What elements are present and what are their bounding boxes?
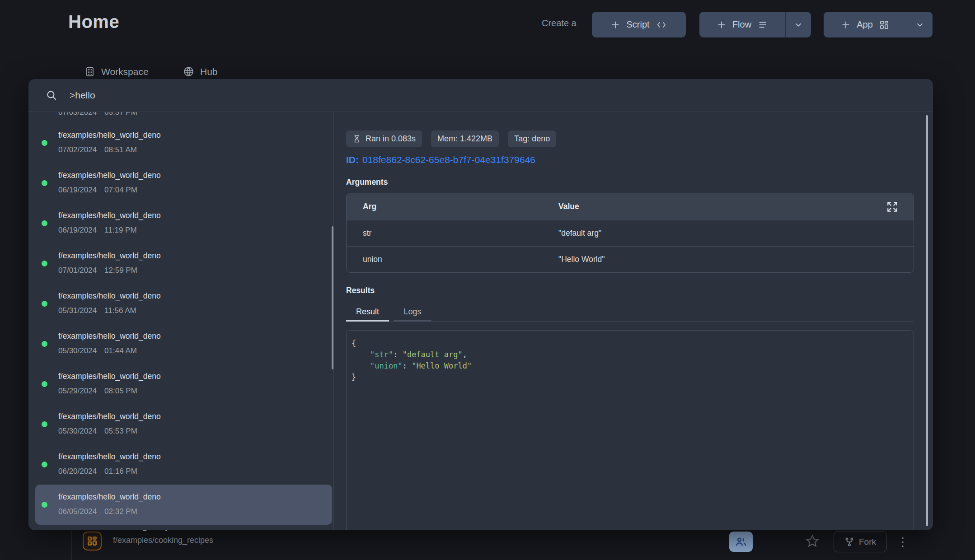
run-id-link[interactable]: 018fe862-8c62-65e8-b7f7-04e31f379646 bbox=[362, 154, 535, 165]
details-panel-scrollbar[interactable] bbox=[926, 115, 928, 526]
tab-workspace-label: Workspace bbox=[101, 66, 149, 77]
arg-name-cell: union bbox=[347, 255, 558, 264]
run-list-item[interactable]: f/examples/hello_world_deno 07/02/202408… bbox=[35, 123, 332, 163]
run-list-item[interactable]: f/examples/hello_world_deno 05/30/202405… bbox=[35, 404, 332, 444]
success-dot-icon bbox=[42, 220, 47, 226]
run-list-item[interactable]: f/examples/hello_world_deno 06/20/202401… bbox=[35, 444, 332, 485]
success-dot-icon bbox=[42, 502, 47, 508]
tab-hub[interactable]: Hub bbox=[183, 66, 218, 77]
success-dot-icon bbox=[42, 381, 47, 387]
plus-icon bbox=[841, 20, 851, 30]
tab-workspace[interactable]: Workspace bbox=[84, 66, 149, 78]
arg-value-cell: "default arg" bbox=[558, 229, 885, 238]
run-time: 01:44 AM bbox=[104, 346, 137, 355]
run-time: 11:19 PM bbox=[104, 226, 137, 234]
memory-badge-label: Mem: 1.422MB bbox=[437, 134, 492, 144]
run-date: 07/01/2024 bbox=[58, 266, 97, 275]
chevron-down-icon bbox=[915, 20, 925, 30]
run-path: f/examples/hello_world_deno bbox=[58, 251, 161, 261]
page-title: Home bbox=[68, 12, 119, 32]
run-list-item[interactable]: f/examples/hello_world_deno 05/29/202408… bbox=[35, 364, 332, 404]
background-table-border bbox=[71, 530, 72, 560]
arguments-table-row: union "Hello World" bbox=[347, 246, 914, 272]
run-list-item-clipped[interactable]: 07/03/202405:37 PM bbox=[28, 112, 333, 113]
layout-grid-icon bbox=[879, 19, 890, 30]
plus-icon bbox=[717, 20, 727, 30]
chevron-down-icon bbox=[793, 20, 803, 30]
run-id-label: ID: bbox=[346, 154, 359, 165]
code-icon bbox=[656, 20, 667, 30]
run-date: 05/29/2024 bbox=[58, 387, 97, 395]
more-options-button[interactable]: ⋮ bbox=[895, 533, 911, 551]
tab-hub-label: Hub bbox=[200, 66, 218, 77]
favorite-button[interactable] bbox=[804, 532, 820, 550]
results-heading: Results bbox=[346, 286, 914, 295]
run-time: 08:51 AM bbox=[104, 145, 137, 154]
success-dot-icon bbox=[42, 301, 47, 307]
building-icon bbox=[84, 66, 95, 78]
run-path: f/examples/hello_world_deno bbox=[58, 211, 161, 220]
run-date: 07/03/2024 bbox=[58, 112, 97, 117]
kebab-dots-icon: ⋮ bbox=[897, 535, 909, 549]
run-date: 06/19/2024 bbox=[58, 226, 97, 234]
success-dot-icon bbox=[42, 140, 47, 146]
tag-badge-label: Tag: deno bbox=[514, 134, 550, 144]
run-time: 05:37 PM bbox=[104, 112, 137, 117]
run-time: 01:16 PM bbox=[104, 467, 137, 476]
run-path: f/examples/hello_world_deno bbox=[58, 452, 161, 462]
run-list-item[interactable]: f/examples/hello_world_deno 07/01/202412… bbox=[35, 243, 332, 284]
flow-icon bbox=[757, 20, 768, 30]
success-dot-icon bbox=[42, 421, 47, 427]
create-script-label: Script bbox=[626, 19, 649, 30]
git-fork-icon bbox=[844, 537, 854, 547]
create-app-button[interactable]: App bbox=[824, 12, 907, 37]
tag-badge: Tag: deno bbox=[508, 131, 556, 147]
run-time: 07:04 PM bbox=[104, 186, 137, 194]
run-date: 06/20/2024 bbox=[58, 467, 97, 476]
search-bar bbox=[28, 79, 933, 112]
tab-logs[interactable]: Logs bbox=[394, 305, 431, 322]
duration-badge: Ran in 0.083s bbox=[346, 131, 422, 147]
fork-button-label: Fork bbox=[859, 537, 876, 547]
duration-badge-label: Ran in 0.083s bbox=[366, 134, 416, 144]
run-path: f/examples/hello_world_deno bbox=[58, 492, 161, 502]
arguments-table: Arg Value str "default arg" union "Hello… bbox=[346, 193, 914, 273]
json-line: "str": "default arg", bbox=[352, 349, 907, 360]
run-details-panel: Ran in 0.083s Mem: 1.422MB Tag: deno ID:… bbox=[334, 112, 933, 530]
fork-button[interactable]: Fork bbox=[834, 531, 887, 552]
create-flow-label: Flow bbox=[732, 19, 751, 30]
runs-list: 07/03/202405:37 PM f/examples/hello_worl… bbox=[28, 112, 334, 530]
run-time: 08:05 PM bbox=[104, 387, 137, 395]
run-list-item[interactable]: f/examples/hello_world_deno 06/05/202402… bbox=[35, 485, 332, 525]
create-flow-button[interactable]: Flow bbox=[699, 12, 785, 37]
create-script-button[interactable]: Script bbox=[592, 12, 686, 37]
json-value: "Hello World" bbox=[412, 361, 472, 370]
run-date: 06/05/2024 bbox=[58, 507, 97, 516]
plus-icon bbox=[610, 20, 620, 30]
runs-list-scrollbar[interactable] bbox=[332, 226, 333, 369]
create-app-label: App bbox=[857, 19, 873, 30]
create-app-dropdown-button[interactable] bbox=[907, 12, 933, 37]
search-input[interactable] bbox=[70, 90, 838, 101]
json-value: "default arg" bbox=[403, 350, 463, 359]
search-icon bbox=[46, 89, 57, 101]
success-dot-icon bbox=[42, 462, 47, 467]
run-list-item[interactable]: f/examples/hello_world_deno 05/31/202411… bbox=[35, 284, 332, 324]
run-date: 05/30/2024 bbox=[58, 346, 97, 355]
arg-name-cell: str bbox=[347, 229, 558, 238]
run-list-item[interactable]: f/examples/hello_world_deno 06/19/202411… bbox=[35, 203, 332, 243]
expand-table-button[interactable] bbox=[885, 199, 900, 215]
run-path: f/examples/hello_world_deno bbox=[58, 331, 161, 341]
arg-value-cell: "Hello World" bbox=[558, 255, 885, 264]
run-list-item[interactable]: f/examples/hello_world_deno 05/30/202401… bbox=[35, 324, 332, 364]
run-path: f/examples/hello_world_deno bbox=[58, 412, 161, 421]
background-item-path[interactable]: f/examples/cooking_recipes bbox=[113, 536, 213, 545]
tab-result[interactable]: Result bbox=[346, 305, 389, 322]
run-time: 05:53 PM bbox=[104, 427, 137, 435]
create-flow-dropdown-button[interactable] bbox=[786, 12, 811, 37]
run-list-item[interactable]: f/examples/hello_world_deno 06/19/202407… bbox=[35, 163, 332, 203]
run-search-modal: 07/03/202405:37 PM f/examples/hello_worl… bbox=[28, 79, 933, 530]
shared-users-badge bbox=[729, 532, 753, 552]
globe-icon bbox=[183, 66, 194, 77]
run-time: 11:56 AM bbox=[104, 306, 136, 315]
